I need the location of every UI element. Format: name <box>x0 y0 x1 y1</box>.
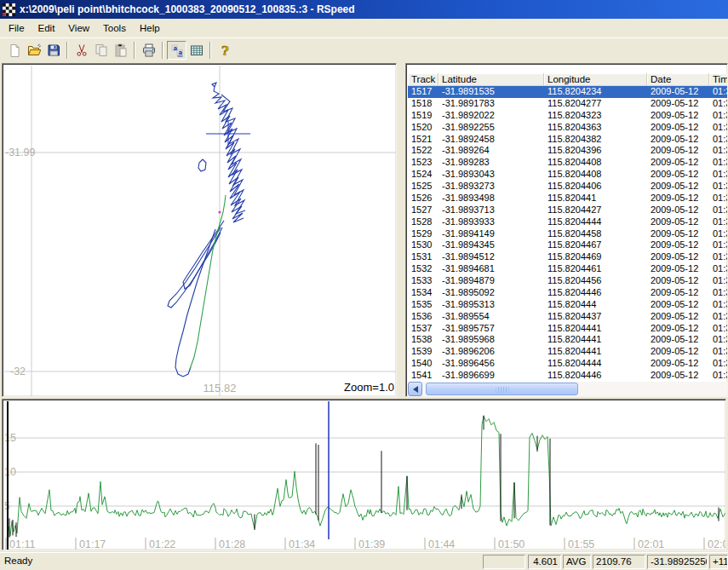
cell-latitude: -31.9896456 <box>439 358 544 370</box>
cell-time: 01:3 <box>709 86 728 98</box>
cell-latitude: -31.9893498 <box>439 193 544 204</box>
new-button <box>4 41 24 60</box>
cell-longitude: 115.8204437 <box>544 311 647 323</box>
cell-track: 1539 <box>408 346 439 358</box>
save-button[interactable] <box>43 41 63 60</box>
column-header-track[interactable]: Track <box>408 73 439 85</box>
map-pane[interactable]: -31.99-32115.82Zoom=1.0 <box>2 63 397 397</box>
cell-latitude: -31.9895092 <box>439 287 544 299</box>
grid-button[interactable] <box>186 41 206 60</box>
cell-time: 01:3 <box>709 193 728 204</box>
cell-time: 01:3 <box>709 358 728 370</box>
cell-latitude: -31.9893273 <box>439 181 544 193</box>
cell-time: 01:3 <box>709 311 728 323</box>
graph-x-label: 01:17 <box>79 538 106 550</box>
table-row[interactable]: 1539-31.9896206115.82044412009-05-1201:3 <box>408 346 728 358</box>
cell-time: 01:3 <box>709 370 728 382</box>
table-row[interactable]: 1521-31.9892458115.82043822009-05-1201:3 <box>408 134 728 146</box>
menu-item-help[interactable]: Help <box>133 20 167 36</box>
cell-longitude: 115.8204456 <box>544 275 647 287</box>
table-row[interactable]: 1527-31.9893713115.82044272009-05-1201:3 <box>408 204 728 216</box>
table-row[interactable]: 1534-31.9895092115.82044462009-05-1201:3 <box>408 287 728 299</box>
status-pane-latitude: -31.98925250 <box>647 555 708 569</box>
speed-trace <box>9 416 725 536</box>
table-row[interactable]: 1525-31.9893273115.82044062009-05-1201:3 <box>408 181 728 193</box>
column-header-date[interactable]: Date <box>647 73 709 85</box>
table-row[interactable]: 1531-31.9894512115.82044692009-05-1201:3 <box>408 251 728 263</box>
title-bar[interactable]: x:\2009\peli point\bhitchcock_1000383_20… <box>0 0 728 19</box>
table-row[interactable]: 1523-31.989283115.82044082009-05-1201:3 <box>408 157 728 169</box>
table-row[interactable]: 1528-31.9893933115.82044442009-05-1201:3 <box>408 216 728 228</box>
graph-x-label: 02:01 <box>638 538 664 550</box>
cell-track: 1521 <box>408 134 439 146</box>
cell-track: 1535 <box>408 299 439 311</box>
cut-button[interactable] <box>72 41 91 60</box>
cell-date: 2009-05-12 <box>647 358 709 370</box>
map-zoom-label: Zoom=1.0 <box>344 381 394 394</box>
print-button[interactable] <box>139 41 158 60</box>
cell-longitude: 115.8204441 <box>544 334 647 346</box>
cell-time: 01:3 <box>709 157 728 169</box>
column-header-latitude[interactable]: Latitude <box>439 73 544 85</box>
points-button[interactable]: aa <box>167 41 186 60</box>
cell-track: 1522 <box>408 145 439 157</box>
column-header-longitude[interactable]: Longitude <box>544 73 647 85</box>
toolbar-separator <box>162 42 163 59</box>
open-button[interactable] <box>24 41 43 60</box>
window-title: x:\2009\peli point\bhitchcock_1000383_20… <box>20 3 355 15</box>
cell-time: 01:3 <box>709 239 728 251</box>
cell-track: 1533 <box>408 275 439 287</box>
table-row[interactable]: 1533-31.9894879115.82044562009-05-1201:3 <box>408 275 728 287</box>
cell-date: 2009-05-12 <box>647 239 709 251</box>
cell-latitude: -31.9895968 <box>439 334 544 346</box>
table-row[interactable]: 1519-31.9892022115.82043232009-05-1201:3 <box>408 110 728 122</box>
help-button[interactable]: ? <box>215 41 234 60</box>
table-row[interactable]: 1541-31.9896699115.82044462009-05-1201:3 <box>408 370 728 382</box>
cell-date: 2009-05-12 <box>647 346 709 358</box>
graph-x-label: 01:28 <box>219 538 245 550</box>
current-position-marker <box>218 210 221 213</box>
cell-longitude: 115.8204408 <box>544 169 647 181</box>
menu-item-view[interactable]: View <box>61 20 96 36</box>
table-row[interactable]: 1536-31.989554115.82044372009-05-1201:3 <box>408 311 728 323</box>
cell-date: 2009-05-12 <box>647 169 709 181</box>
toolbar: aa? <box>0 37 728 61</box>
table-row[interactable]: 1532-31.9894681115.82044612009-05-1201:3 <box>408 263 728 275</box>
table-row[interactable]: 1538-31.9895968115.82044412009-05-1201:3 <box>408 334 728 346</box>
cell-time: 01:3 <box>709 204 728 216</box>
table-row[interactable]: 1522-31.989264115.82043962009-05-1201:3 <box>408 145 728 157</box>
cell-track: 1518 <box>408 98 439 110</box>
scrollbar-thumb[interactable] <box>426 383 578 395</box>
column-header-time[interactable]: Time <box>709 73 728 85</box>
cell-longitude: 115.8204458 <box>544 228 647 240</box>
cell-latitude: -31.989283 <box>439 157 544 169</box>
cell-longitude: 115.8204234 <box>544 86 647 98</box>
cell-latitude: -31.9893713 <box>439 204 544 216</box>
cell-time: 01:3 <box>709 346 728 358</box>
menu-item-edit[interactable]: Edit <box>32 20 62 36</box>
scrollbar-left-arrow-button[interactable] <box>408 382 422 396</box>
speed-graph-pane[interactable]: 5101501:1101:1701:2201:2801:3401:3901:44… <box>2 399 726 550</box>
menu-item-file[interactable]: File <box>2 20 32 36</box>
graph-x-label: 01:44 <box>428 538 455 550</box>
gps-track-path <box>190 195 226 369</box>
cell-time: 01:3 <box>709 251 728 263</box>
table-row[interactable]: 1540-31.9896456115.82044442009-05-1201:3 <box>408 358 728 370</box>
table-header: TrackLatitudeLongitudeDateTime <box>408 73 727 86</box>
table-row[interactable]: 1526-31.9893498115.8204412009-05-1201:3 <box>408 193 728 204</box>
cell-time: 01:3 <box>709 216 728 228</box>
table-row[interactable]: 1529-31.9894149115.82044582009-05-1201:3 <box>408 228 728 240</box>
table-row[interactable]: 1517-31.9891535115.82042342009-05-1201:3 <box>408 86 728 98</box>
table-row[interactable]: 1524-31.9893043115.82044082009-05-1201:3 <box>408 169 728 181</box>
menu-item-tools[interactable]: Tools <box>96 20 133 36</box>
table-row[interactable]: 1518-31.9891783115.82042772009-05-1201:3 <box>408 98 728 110</box>
table-row[interactable]: 1520-31.9892255115.82043632009-05-1201:3 <box>408 122 728 134</box>
table-horizontal-scrollbar[interactable] <box>408 382 728 396</box>
status-pane-longitude: +115 <box>709 555 728 569</box>
table-row[interactable]: 1535-31.9895313115.8204442009-05-1201:3 <box>408 299 728 311</box>
cell-date: 2009-05-12 <box>647 251 709 263</box>
table-row[interactable]: 1530-31.9894345115.82044672009-05-1201:3 <box>408 239 728 251</box>
cell-track: 1519 <box>408 110 439 122</box>
cell-track: 1524 <box>408 169 439 181</box>
table-row[interactable]: 1537-31.9895757115.82044412009-05-1201:3 <box>408 323 728 335</box>
